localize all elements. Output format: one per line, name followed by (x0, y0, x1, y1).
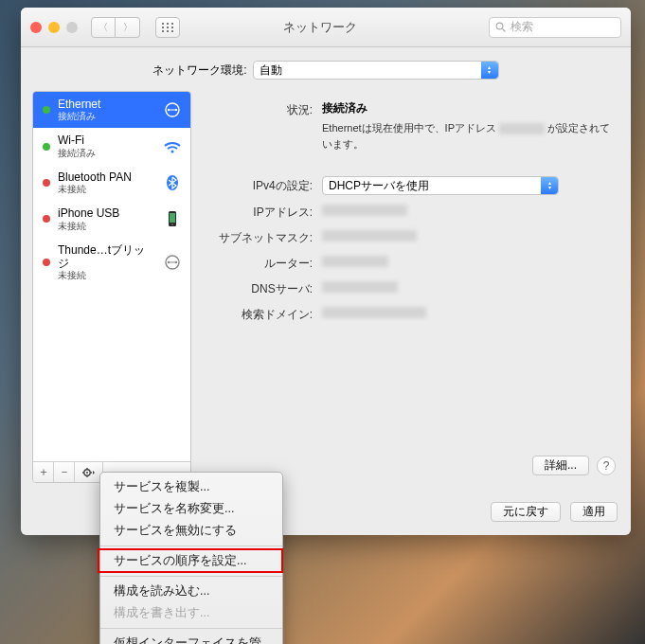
thunderbolt-icon (162, 254, 183, 271)
zoom-icon (66, 22, 78, 33)
svg-point-21 (168, 261, 170, 263)
window-title: ネットワーク (159, 19, 481, 36)
status-description: Ethernetは現在使用中で、IPアドレス が設定されています。 (322, 120, 612, 152)
svg-point-12 (168, 109, 170, 111)
nav-buttons: 〈 〉 (91, 17, 140, 38)
svg-point-19 (171, 224, 173, 226)
bluetooth-icon (162, 174, 183, 191)
service-status: 接続済み (58, 148, 154, 159)
ethernet-icon (162, 101, 183, 118)
svg-point-25 (86, 472, 88, 474)
help-button[interactable]: ? (597, 456, 616, 475)
advanced-button[interactable]: 詳細... (532, 456, 589, 475)
location-label: ネットワーク環境: (152, 63, 246, 79)
menu-item: 構成を書き出す... (100, 602, 282, 624)
status-dot (43, 106, 50, 114)
svg-point-22 (175, 261, 177, 263)
titlebar: 〈 〉 ネットワーク 検索 (21, 8, 631, 47)
menu-item[interactable]: サービスを無効にする (100, 520, 282, 542)
service-sidebar: Ethernet 接続済み Wi-Fi 接続済み Bluetooth PAN 未… (32, 91, 191, 483)
svg-point-15 (171, 150, 174, 152)
menu-item[interactable]: サービスを名称変更... (100, 498, 282, 520)
menu-separator (100, 628, 282, 629)
sidebar-item-wifi[interactable]: Wi-Fi 接続済み (33, 128, 190, 164)
svg-line-10 (503, 28, 506, 31)
menu-item[interactable]: 仮想インターフェイスを管理... (100, 633, 282, 644)
wifi-icon (162, 138, 183, 155)
menu-item[interactable]: サービスを複製... (100, 476, 282, 498)
add-service-button[interactable]: ＋ (33, 462, 54, 482)
close-icon[interactable] (30, 22, 42, 33)
svg-point-9 (496, 23, 503, 29)
chevron-updown-icon (481, 62, 498, 79)
revert-button[interactable]: 元に戻す (491, 502, 561, 522)
service-name: Thunde…tブリッジ (58, 243, 154, 271)
ipv4-select[interactable]: DHCPサーバを使用 (322, 176, 559, 195)
svg-rect-18 (170, 213, 175, 223)
body: Ethernet 接続済み Wi-Fi 接続済み Bluetooth PAN 未… (21, 91, 631, 494)
dns-value (322, 279, 612, 297)
menu-separator (100, 576, 282, 577)
service-status: 未接続 (58, 270, 154, 281)
location-row: ネットワーク環境: 自動 (21, 47, 631, 91)
menu-separator (100, 546, 282, 546)
service-list: Ethernet 接続済み Wi-Fi 接続済み Bluetooth PAN 未… (33, 92, 190, 461)
status-label: 状況: (201, 100, 322, 152)
apply-button[interactable]: 適用 (570, 502, 618, 522)
network-prefs-window: 〈 〉 ネットワーク 検索 ネットワーク環境: 自動 Ethernet 接続済み… (21, 8, 631, 535)
sidebar-item-ethernet[interactable]: Ethernet 接続済み (33, 92, 190, 128)
ipv4-label: IPv4の設定: (201, 176, 322, 195)
minimize-icon[interactable] (48, 22, 60, 33)
domain-value (322, 305, 612, 323)
status-dot (43, 215, 50, 223)
menu-item[interactable]: サービスの順序を設定... (100, 550, 282, 572)
sidebar-item-iphone[interactable]: iPhone USB 未接続 (33, 201, 190, 237)
status-dot (43, 143, 50, 151)
ip-label: IPアドレス: (201, 203, 322, 221)
status-dot (43, 179, 50, 187)
dns-label: DNSサーバ: (201, 279, 322, 297)
iphone-icon (162, 210, 183, 227)
search-placeholder: 検索 (511, 19, 533, 35)
location-value: 自動 (260, 63, 282, 79)
location-select[interactable]: 自動 (253, 61, 499, 80)
subnet-label: サブネットマスク: (201, 228, 322, 246)
status-dot (43, 259, 50, 266)
service-status: 未接続 (58, 221, 154, 232)
chevron-updown-icon (541, 177, 558, 194)
subnet-value (322, 228, 612, 246)
gear-context-menu: サービスを複製...サービスを名称変更...サービスを無効にするサービスの順序を… (99, 472, 283, 644)
search-icon (495, 22, 507, 33)
sidebar-item-thunderbolt[interactable]: Thunde…tブリッジ 未接続 (33, 238, 190, 288)
search-input[interactable]: 検索 (489, 17, 621, 38)
router-value (322, 254, 612, 272)
svg-point-13 (175, 109, 177, 111)
ipv4-value: DHCPサーバを使用 (329, 178, 429, 194)
detail-panel: 状況: 接続済み Ethernetは現在使用中で、IPアドレス が設定されていま… (201, 91, 619, 483)
domain-label: 検索ドメイン: (201, 305, 322, 323)
service-name: iPhone USB (58, 206, 154, 220)
forward-button[interactable]: 〉 (116, 17, 140, 38)
remove-service-button[interactable]: － (54, 462, 75, 482)
router-label: ルーター: (201, 254, 322, 272)
back-button[interactable]: 〈 (91, 17, 116, 38)
status-value: 接続済み (322, 100, 612, 116)
service-name: Ethernet (58, 98, 154, 111)
service-status: 接続済み (58, 111, 154, 122)
ip-value (322, 203, 612, 221)
service-status: 未接続 (58, 184, 154, 195)
sidebar-item-bluetooth[interactable]: Bluetooth PAN 未接続 (33, 165, 190, 201)
service-name: Wi-Fi (58, 134, 154, 147)
menu-item[interactable]: 構成を読み込む... (100, 581, 282, 602)
service-name: Bluetooth PAN (58, 170, 154, 184)
traffic-lights (30, 22, 78, 33)
gear-icon (82, 467, 96, 478)
